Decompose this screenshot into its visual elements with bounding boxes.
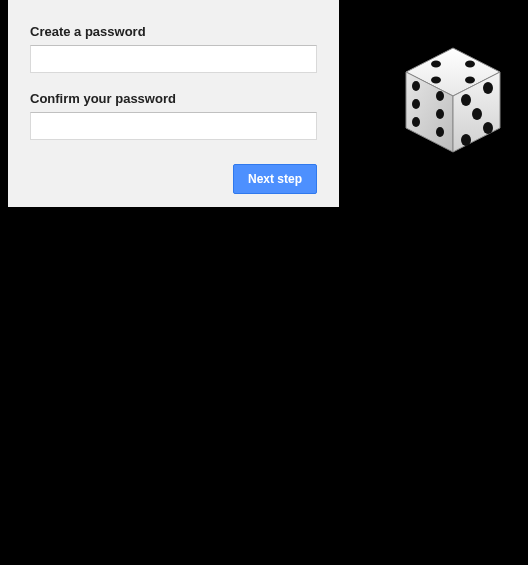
svg-point-13 — [436, 127, 444, 137]
svg-point-12 — [436, 109, 444, 119]
svg-point-9 — [412, 99, 420, 109]
svg-point-7 — [465, 77, 475, 84]
confirm-password-input[interactable] — [30, 112, 317, 140]
svg-point-4 — [431, 61, 441, 68]
svg-point-15 — [483, 82, 493, 94]
svg-point-18 — [483, 122, 493, 134]
dice-icon — [398, 44, 508, 164]
create-password-label: Create a password — [30, 24, 317, 39]
svg-point-5 — [465, 61, 475, 68]
next-step-button[interactable]: Next step — [233, 164, 317, 194]
svg-point-14 — [461, 94, 471, 106]
svg-point-17 — [461, 134, 471, 146]
password-form-panel: Create a password Confirm your password … — [8, 0, 339, 207]
button-row: Next step — [30, 164, 317, 194]
create-password-input[interactable] — [30, 45, 317, 73]
svg-point-6 — [431, 77, 441, 84]
svg-point-8 — [412, 81, 420, 91]
svg-point-16 — [472, 108, 482, 120]
svg-point-10 — [412, 117, 420, 127]
svg-point-11 — [436, 91, 444, 101]
confirm-password-label: Confirm your password — [30, 91, 317, 106]
